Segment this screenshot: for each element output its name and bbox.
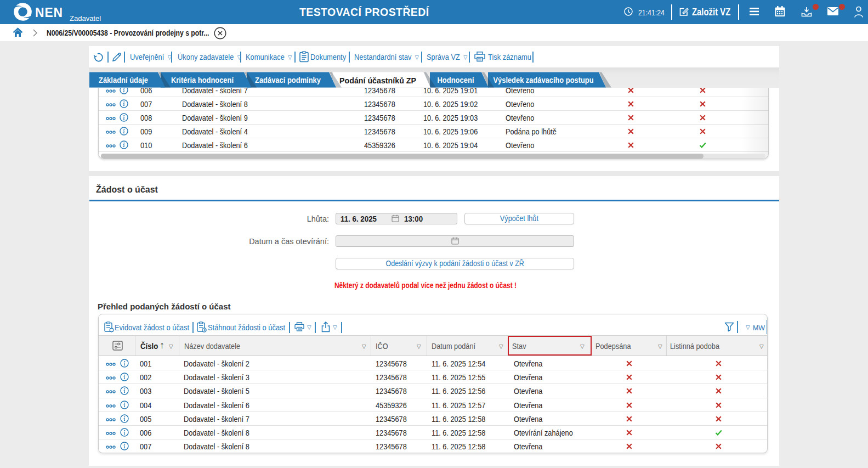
svg-text:Kritéria hodnocení: Kritéria hodnocení xyxy=(171,76,234,84)
svg-text:Výsledek zadávacího postupu: Výsledek zadávacího postupu xyxy=(493,76,594,84)
svg-text:Hodnocení: Hodnocení xyxy=(438,76,475,84)
svg-text:Podání účastníků ZP: Podání účastníků ZP xyxy=(339,76,416,85)
svg-text:Zadávací podmínky: Zadávací podmínky xyxy=(255,76,321,84)
svg-text:Základní údaje: Základní údaje xyxy=(99,76,148,84)
